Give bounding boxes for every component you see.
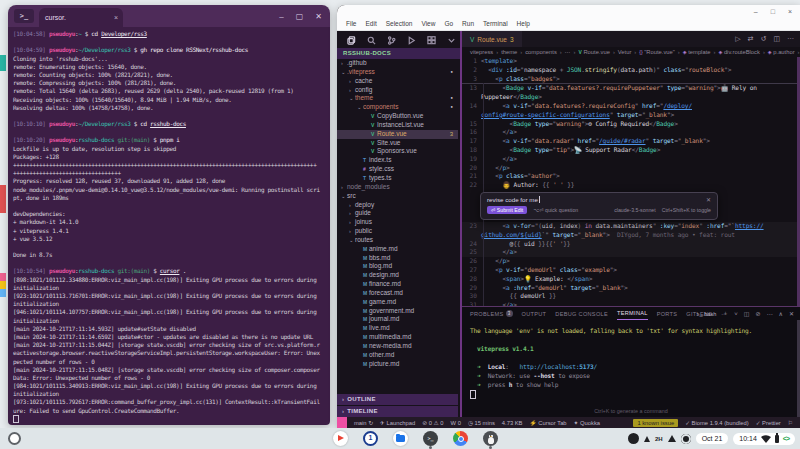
- tree-item-components[interactable]: ⌄components●: [337, 103, 458, 112]
- launcher-button[interactable]: [8, 432, 21, 445]
- chrome-icon[interactable]: [453, 431, 468, 446]
- ai-prompt-input[interactable]: revise code for me: [487, 196, 538, 203]
- breadcrumb-item[interactable]: ◈ p.author: [768, 49, 795, 55]
- tree-item-government-md[interactable]: Mgovernment.md: [337, 307, 458, 316]
- source-control-icon[interactable]: [387, 31, 396, 49]
- tree-item-sponsors-vue[interactable]: VSponsors.vue: [337, 147, 458, 156]
- status-w-counter[interactable]: W 0: [451, 420, 461, 426]
- terminal-maximize-button[interactable]: ▢: [296, 12, 304, 21]
- tree-item-src[interactable]: ⌄src: [337, 192, 458, 201]
- breadcrumb-item[interactable]: Vetur: [618, 49, 632, 55]
- tree-item-index-ts[interactable]: Tindex.ts: [337, 156, 458, 165]
- tree-item-public[interactable]: ›public: [337, 227, 458, 236]
- remote-indicator[interactable]: [337, 417, 347, 428]
- panel-tab-terminal[interactable]: TERMINAL: [617, 307, 648, 320]
- tree-item-multimedia-md[interactable]: Mmultimedia.md: [337, 333, 458, 342]
- tree-item-types-ts[interactable]: Ttypes.ts: [337, 174, 458, 183]
- system-tray[interactable]: 2H Oct 21 10:14 <>: [628, 430, 795, 447]
- status-biome[interactable]: ✓ Biome 1.9.4 (bundled): [685, 420, 749, 426]
- undo-icon[interactable]: ↺: [761, 35, 767, 43]
- menu-run[interactable]: Run: [462, 20, 474, 27]
- code-editor[interactable]: 1<template>2 <div :id="namespace + JSON.…: [462, 57, 800, 307]
- status-known-issue[interactable]: 1 known issue: [633, 419, 678, 427]
- breadcrumb-item[interactable]: V Route.vue: [578, 49, 609, 55]
- menu-terminal[interactable]: Terminal: [483, 20, 508, 27]
- menu-go[interactable]: Go: [444, 20, 453, 27]
- breadcrumb-item[interactable]: components: [525, 49, 557, 55]
- tree-item-anime-md[interactable]: Manime.md: [337, 245, 458, 254]
- kill-terminal-icon[interactable]: ⊘: [756, 310, 761, 317]
- menu-file[interactable]: File: [346, 20, 356, 27]
- app-notification-icon[interactable]: [628, 433, 639, 444]
- tree-item-live-md[interactable]: Mlive.md: [337, 324, 458, 333]
- terminal-tab[interactable]: cursor. ×: [39, 8, 123, 27]
- tree-item-theme[interactable]: ⌄theme●: [337, 94, 458, 103]
- run-button[interactable]: ▷: [735, 35, 740, 43]
- tree-item-cache[interactable]: ›cache: [337, 77, 458, 86]
- tree-item-journal-md[interactable]: Mjournal.md: [337, 315, 458, 324]
- model-selector[interactable]: claude-3.5-sonnet: [614, 207, 656, 213]
- tree-item-picture-md[interactable]: Mpicture.md: [337, 360, 458, 369]
- submit-edit-button[interactable]: ⏎ Submit Edit: [487, 206, 527, 214]
- breadcrumb-item[interactable]: vitepress: [470, 49, 493, 55]
- breadcrumb-item[interactable]: ◈ template: [683, 49, 711, 55]
- section-timeline[interactable]: ›TIMELINE: [337, 406, 458, 417]
- tree-item-design-md[interactable]: Mdesign.md: [337, 271, 458, 280]
- status-launchpad[interactable]: ✈ Launchpad: [380, 420, 415, 426]
- close-panel-icon[interactable]: ✕: [789, 310, 794, 317]
- tree-item-bbs-md[interactable]: Mbbs.md: [337, 254, 458, 263]
- status-area[interactable]: 10:14 <>: [733, 433, 795, 445]
- more-actions-icon[interactable]: ⋯: [767, 310, 773, 317]
- integrated-terminal[interactable]: The language 'env' is not loaded, fallin…: [462, 320, 800, 398]
- search-icon[interactable]: [367, 31, 376, 49]
- panel-tab-ports[interactable]: PORTS: [657, 311, 678, 317]
- tree-item-copybutton-vue[interactable]: VCopyButton.vue: [337, 112, 458, 121]
- linux-penguin-icon[interactable]: [483, 431, 498, 446]
- panel-tab-debug-console[interactable]: DEBUG CONSOLE: [555, 311, 608, 317]
- tab-route-vue[interactable]: V Route.vue 3: [462, 31, 522, 47]
- close-icon[interactable]: ✕: [706, 196, 711, 203]
- menu-view[interactable]: View: [421, 20, 435, 27]
- terminal-close-button[interactable]: ✕: [315, 12, 322, 21]
- panel-tab-problems[interactable]: PROBLEMS3: [470, 310, 513, 317]
- tree-item-node-modules[interactable]: ›node_modules: [337, 183, 458, 192]
- vscode-maximize-button[interactable]: □: [771, 8, 775, 16]
- status-notifications[interactable]: ⚐: [788, 420, 793, 426]
- more-views-icon[interactable]: [447, 31, 456, 49]
- breadcrumb-item[interactable]: {} "Route.vue": [639, 49, 675, 55]
- tree-item-joinus[interactable]: ›joinus: [337, 218, 458, 227]
- section-outline[interactable]: ›OUTLINE: [337, 394, 458, 405]
- tree-item-finance-md[interactable]: Mfinance.md: [337, 280, 458, 289]
- tree-item-forecast-md[interactable]: Mforecast.md: [337, 289, 458, 298]
- tree-item-style-css[interactable]: #style.css: [337, 165, 458, 174]
- date-pill[interactable]: Oct 21: [696, 433, 729, 444]
- terminal-app-shelf-icon[interactable]: >_: [423, 431, 438, 446]
- tree-item-config[interactable]: ›config: [337, 86, 458, 95]
- explorer-icon[interactable]: [347, 31, 356, 49]
- status-prettier[interactable]: ✓ Prettier: [756, 420, 781, 426]
- shell-selector-icon[interactable]: ˅: [734, 311, 738, 317]
- tree-item-site-vue[interactable]: VSite.vue: [337, 139, 458, 148]
- tree-item-new-media-md[interactable]: Mnew-media.md: [337, 342, 458, 351]
- breadcrumb-item[interactable]: theme: [501, 49, 517, 55]
- status-file-size[interactable]: 4.73 KB: [502, 420, 523, 426]
- split-editor-icon[interactable]: ◫: [773, 35, 780, 43]
- tree-item--vitepress[interactable]: ⌄.vitepress●: [337, 68, 458, 77]
- vscode-close-button[interactable]: ×: [788, 8, 792, 16]
- terminal-titlebar[interactable]: >_ cursor. × – ▢ ✕: [8, 5, 330, 27]
- tree-item-deploy[interactable]: ›deploy: [337, 201, 458, 210]
- split-terminal-icon[interactable]: ◫: [744, 310, 750, 317]
- status-time-tracker[interactable]: ◷ 15 mins: [468, 420, 495, 426]
- inline-ai-chat-widget[interactable]: revise code for me ✕ ⏎ Submit Edit ⌥⏎ qu…: [480, 192, 718, 220]
- menu-edit[interactable]: Edit: [365, 20, 376, 27]
- files-app-icon[interactable]: [393, 431, 408, 446]
- play-store-icon[interactable]: [333, 431, 348, 446]
- menu-selection[interactable]: Selection: [386, 20, 413, 27]
- status-git-branch[interactable]: main ↻: [354, 420, 373, 426]
- menu-help[interactable]: Help: [517, 20, 530, 27]
- tree-item-instancelist-vue[interactable]: VInstanceList.vue: [337, 121, 458, 130]
- run-debug-icon[interactable]: [407, 31, 416, 49]
- breadcrumb-item[interactable]: ◈ div.routeBlock: [718, 49, 759, 55]
- breadcrumb-item[interactable]: ⋯: [565, 49, 571, 55]
- panel-tab-output[interactable]: OUTPUT: [522, 311, 547, 317]
